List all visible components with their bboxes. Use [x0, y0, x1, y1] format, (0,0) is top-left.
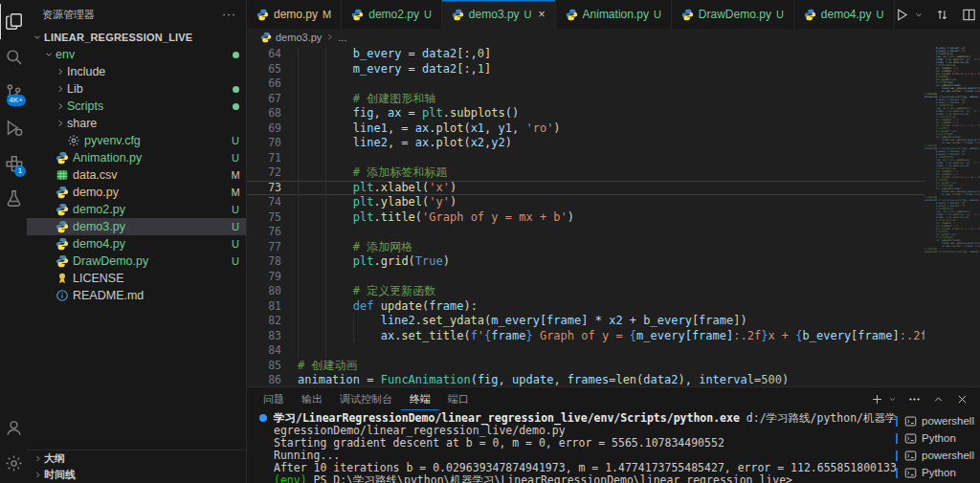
code-line-80[interactable]: 80# 定义更新函数	[247, 284, 924, 299]
code-line-68[interactable]: 68fig, ax = plt.subplots()	[247, 106, 924, 121]
run-debug-icon[interactable]	[0, 110, 27, 145]
settings-icon[interactable]	[0, 446, 27, 481]
breadcrumb[interactable]: demo3.py ...	[247, 29, 980, 45]
new-terminal-icon[interactable]	[870, 392, 883, 406]
token: frame	[692, 329, 726, 342]
code-line-84[interactable]: 84	[247, 343, 924, 359]
explorer-icon[interactable]	[0, 4, 27, 39]
more-actions-icon[interactable]	[907, 392, 921, 406]
code-line-81[interactable]: 81def update(frame):	[247, 299, 924, 315]
line-number: 80	[247, 284, 281, 299]
terminal-icon	[904, 415, 917, 428]
token: :.2f	[733, 329, 761, 342]
tab-Animation.py[interactable]: Animation.pyU	[556, 0, 672, 29]
sidebar-item-README.md[interactable]: README.md	[27, 287, 246, 304]
close-tab-icon[interactable]: ×	[539, 8, 546, 21]
csv-file-icon	[56, 168, 69, 182]
search-icon[interactable]	[0, 39, 27, 75]
tab-demo3.py[interactable]: demo3.pyU×	[442, 0, 556, 29]
sidebar-item-Scripts[interactable]: Scripts	[27, 98, 246, 115]
sidebar-item-demo3.py[interactable]: demo3.pyU	[27, 218, 246, 235]
sidebar-more-button[interactable]: ···	[222, 8, 236, 21]
token: ,	[373, 106, 387, 120]
launch-profile-dropdown-icon[interactable]	[888, 392, 897, 406]
breadcrumb-file[interactable]: demo3.py	[276, 32, 322, 43]
terminal-instance-powershell[interactable]: powershell	[896, 447, 980, 464]
sidebar-item-demo4.py[interactable]: demo4.pyU	[27, 235, 246, 252]
tab-demo2.py[interactable]: demo2.pyU	[342, 0, 442, 29]
code-line-64[interactable]: 64b_every = data2[:,0]	[247, 47, 924, 62]
sidebar-item-demo.py[interactable]: demo.pyM	[27, 184, 246, 201]
sidebar-item-pyvenv.cfg[interactable]: pyvenv.cfgU	[27, 132, 246, 149]
panel-tab-端口[interactable]: 端口	[439, 387, 478, 410]
terminal-instance-powershell[interactable]: powershell	[896, 412, 980, 429]
code-lines[interactable]: 64b_every = data2[:,0]65m_every = data2[…	[247, 45, 924, 386]
token: plt	[353, 254, 374, 268]
terminal-output[interactable]: 学习/LinearRegressionDemo/linear_regressio…	[247, 410, 896, 483]
extensions-icon[interactable]: 1	[0, 145, 27, 181]
maximize-panel-icon[interactable]	[931, 392, 945, 406]
code-line-70[interactable]: 70line2, = ax.plot(x2,y2)	[247, 136, 924, 151]
testing-icon[interactable]	[0, 181, 27, 216]
terminal-instance-Python[interactable]: Python	[896, 464, 980, 481]
close-panel-icon[interactable]	[955, 392, 969, 406]
code-line-67[interactable]: 67# 创建图形和轴	[247, 92, 924, 107]
terminal-instance-Python[interactable]: Python	[896, 429, 980, 447]
indent-guide	[325, 62, 353, 77]
code-line-65[interactable]: 65m_every = data2[:,1]	[247, 62, 924, 77]
code-line-77[interactable]: 77# 添加网格	[247, 240, 924, 255]
indent-guide	[298, 314, 325, 329]
code-line-79[interactable]: 79	[247, 270, 924, 285]
token: x2	[609, 314, 622, 327]
code-line-74[interactable]: 74plt.ylabel('y')	[247, 195, 924, 210]
code-line-82[interactable]: 82line2.set_ydata(m_every[frame] * x2 + …	[247, 314, 924, 329]
sidebar-item-Include[interactable]: Include	[27, 63, 246, 80]
code-line-69[interactable]: 69line1, = ax.plot(x1, y1, 'ro')	[247, 121, 924, 137]
code-line-75[interactable]: 75plt.title('Graph of y = mx + b')	[247, 210, 924, 226]
panel-tab-终端[interactable]: 终端	[401, 387, 439, 410]
account-icon[interactable]	[0, 410, 27, 446]
chevron-right-icon	[54, 82, 67, 96]
sidebar-section-时间线[interactable]: 时间线	[27, 467, 246, 483]
source-control-icon[interactable]: 4K+	[0, 75, 27, 110]
run-python-file-icon[interactable]	[895, 7, 910, 22]
tab-demo4.py[interactable]: demo4.pyU	[794, 0, 895, 29]
code-line-78[interactable]: 78plt.grid(True)	[247, 254, 924, 270]
tab-demo.py[interactable]: demo.pyM	[247, 0, 342, 29]
code-line-85[interactable]: 85# 创建动画	[247, 359, 924, 374]
code-line-76[interactable]: 76	[247, 225, 924, 240]
split-editor-icon[interactable]	[962, 7, 977, 22]
sidebar-item-share[interactable]: share	[27, 115, 246, 132]
tab-dirty-badge: U	[877, 9, 884, 20]
sidebar-item-LINEAR_REGRESSION_LIVE[interactable]: LINEAR_REGRESSION_LIVE	[27, 29, 246, 46]
open-changes-icon[interactable]	[935, 7, 950, 22]
panel-tab-调试控制台[interactable]: 调试控制台	[331, 387, 401, 410]
run-dropdown-icon[interactable]	[914, 7, 924, 22]
activity-badge: 1	[14, 165, 26, 177]
indent-spacer	[42, 220, 56, 233]
panel-tab-输出[interactable]: 输出	[293, 387, 331, 410]
code-line-73[interactable]: 73plt.xlabel('x')	[247, 181, 924, 196]
sidebar-item-demo2.py[interactable]: demo2.pyU	[27, 201, 246, 218]
code-line-72[interactable]: 72# 添加标签和标题	[247, 165, 924, 181]
indent-spacer	[42, 237, 56, 251]
sidebar-item-Lib[interactable]: Lib	[27, 80, 246, 98]
chevron-right-icon	[31, 454, 44, 463]
code-line-66[interactable]: 66	[247, 77, 924, 92]
sidebar-item-DrawDemo.py[interactable]: DrawDemo.pyU	[27, 252, 246, 270]
code-line-86[interactable]: 86animation = FuncAnimation(fig, update,…	[247, 373, 924, 386]
token: title	[381, 210, 415, 224]
sidebar-item-Animation.py[interactable]: Animation.pyU	[27, 149, 246, 166]
sidebar-item-env[interactable]: env	[27, 46, 246, 63]
code-line-83[interactable]: 83ax.set_title(f'{frame} Graph of y = {m…	[247, 329, 924, 344]
sidebar-item-data.csv[interactable]: data.csvM	[27, 166, 246, 184]
sidebar-item-LICENSE[interactable]: LICENSE	[27, 270, 246, 287]
breadcrumb-more[interactable]: ...	[338, 32, 346, 43]
minimap[interactable]: b_every = data2[:,0] m_every = data2[:,1…	[924, 45, 980, 386]
tab-DrawDemo.py[interactable]: DrawDemo.pyU	[672, 0, 794, 29]
code-line-71[interactable]: 71	[247, 151, 924, 166]
code-editor[interactable]: 64b_every = data2[:,0]65m_every = data2[…	[247, 45, 980, 386]
git-status-badge: U	[225, 255, 246, 267]
panel-tab-问题[interactable]: 问题	[255, 387, 293, 410]
sidebar-section-大纲[interactable]: 大纲	[27, 450, 246, 467]
